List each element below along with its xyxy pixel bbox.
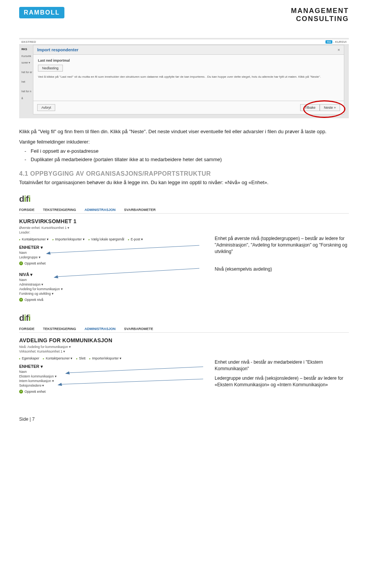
tb-importer-eksporter[interactable]: Importer/eksporter ▾ xyxy=(89,356,122,360)
bg-het: het xyxy=(21,80,32,84)
callout-enhet-under-nivaa: Enhet under nivå - består av medarbeider… xyxy=(215,359,349,372)
meta-leader: Leader: xyxy=(19,230,349,234)
nivaa-row-avdeling[interactable]: Avdeling for kommunikasjon ▾ xyxy=(19,287,349,291)
main-menu: FORSIDE TEKSTREDIGERING ADMINISTRASJON S… xyxy=(19,325,349,333)
menu-tekstredigering[interactable]: TEKSTREDIGERING xyxy=(43,327,76,331)
bg-a: å xyxy=(21,96,32,100)
strip-left-label: EKSTRED xyxy=(21,40,36,44)
menu-forside[interactable]: FORSIDE xyxy=(19,327,34,331)
screenshot-kursvirksomhet: difi FORSIDE TEKSTREDIGERING ADMINISTRAS… xyxy=(19,194,349,302)
plus-icon: + xyxy=(19,298,23,302)
page-header: RAMBOLL MANAGEMENT CONSULTING xyxy=(19,7,349,23)
page-title-avdeling: AVDELING FOR KOMMUNIKASJON xyxy=(19,337,349,343)
tb-epost[interactable]: E-post ▾ xyxy=(128,237,143,241)
background-left-column: RKS Kursvirk soner ▾ het for er het het … xyxy=(21,47,32,102)
opprett-nivaa-label: Opprett nivå xyxy=(25,298,43,302)
bg-soner: soner ▾ xyxy=(21,60,32,65)
page-footer: Side | 7 xyxy=(19,416,349,422)
strip-right: RA - KURSVI xyxy=(325,40,347,44)
management-consulting-logo: MANAGEMENT CONSULTING xyxy=(291,7,349,23)
bullet-1: Feil i oppsett av e-postadresse xyxy=(31,147,349,155)
menu-forside[interactable]: FORSIDE xyxy=(19,208,34,212)
plus-icon: + xyxy=(19,390,23,394)
enheter-row-ledergruppe[interactable]: Ledergruppe ▾ xyxy=(19,255,349,259)
opprett-enhet-link[interactable]: + Opprett enhet xyxy=(19,390,349,394)
callout-enhet-overste: Enhet på øverste nivå (toppledergruppen)… xyxy=(215,235,349,255)
nivaa-row-forskning[interactable]: Forskning og utvikling ▾ xyxy=(19,292,349,296)
menu-administrasjon[interactable]: ADMINISTRASJON xyxy=(85,208,116,212)
nivaa-row-admin[interactable]: Administrasjon ▾ xyxy=(19,283,349,286)
bg-rks: RKS xyxy=(21,47,32,51)
last-ned-importmal-label: Last ned importmal xyxy=(38,59,339,62)
opprett-enhet-label: Opprett enhet xyxy=(25,390,46,394)
screenshot-avdeling-kommunikasjon: difi FORSIDE TEKSTREDIGERING ADMINISTRAS… xyxy=(19,313,349,397)
tb-kontaktpersoner[interactable]: Kontaktpersoner ▾ xyxy=(43,356,72,360)
tb-egenskaper[interactable]: Egenskaper xyxy=(19,356,39,360)
dialog-hint-text: Ved å klikke på "Last ned" vil du motta … xyxy=(38,75,339,79)
ramboll-logo: RAMBOLL xyxy=(19,7,64,18)
tb-slett[interactable]: Slett xyxy=(76,356,85,360)
nivaa-col-navn: Navn xyxy=(19,278,349,282)
menu-administrasjon[interactable]: ADMINISTRASJON xyxy=(85,327,116,331)
paragraph-2-lead: Vanlige feilmeldinger inkluderer: xyxy=(19,139,90,145)
page-title-kursvirksomhet: KURSVIRKSOMHET 1 xyxy=(19,218,349,224)
nivaa-heading[interactable]: NIVÅ ▾ xyxy=(19,272,349,277)
dialog-header: Import respondenter × xyxy=(33,45,344,55)
dialog-footer-right: Tilbake Neste » xyxy=(300,104,340,111)
plus-icon: + xyxy=(19,261,23,265)
paragraph-2: Vanlige feilmeldinger inkluderer: Feil i… xyxy=(19,138,349,163)
strip-right-text: - KURSVI xyxy=(332,40,347,44)
tilbake-button[interactable]: Tilbake xyxy=(300,104,320,111)
difi-logo: difi xyxy=(19,194,349,204)
bg-hetfor: het for er xyxy=(21,70,32,74)
difi-logo: difi xyxy=(19,313,349,323)
meta-nivaa[interactable]: Nivå: Avdeling for kommunikasjon ▾ xyxy=(19,345,349,349)
mgmt-line-1: MANAGEMENT xyxy=(291,7,349,15)
dialog-footer: Avbryt Tilbake Neste » xyxy=(33,101,344,114)
opprett-nivaa-link[interactable]: + Opprett nivå xyxy=(19,298,349,302)
bullet-2: Duplikater på medarbeidere (portalen til… xyxy=(31,156,349,163)
avbryt-button[interactable]: Avbryt xyxy=(37,104,55,111)
paragraph-1: Klikk på "Velg fil" og finn frem til fil… xyxy=(19,128,349,136)
import-respondenter-dialog: Import respondenter × Last ned importmal… xyxy=(33,45,344,114)
tb-vaelg-lokale[interactable]: Vælg lokale spørgsmål xyxy=(89,237,124,241)
mgmt-line-2: CONSULTING xyxy=(291,15,349,23)
app-top-strip: EKSTRED RA - KURSVI xyxy=(19,39,349,45)
meta-virksomhet[interactable]: Virksomhet: Kursvirksomhet 1 ▾ xyxy=(19,350,349,353)
menu-svarbarometer[interactable]: SVARBAROMETER xyxy=(124,208,156,212)
tb-kontaktpersoner[interactable]: Kontaktpersoner ▾ xyxy=(19,237,49,241)
callout-nivaa: Nivå (eksempelvis avdeling) xyxy=(215,266,349,273)
screenshot-import-dialog: EKSTRED RA - KURSVI RKS Kursvirk soner ▾… xyxy=(19,38,349,118)
dialog-body: Last ned importmal Nedlasting Ved å klik… xyxy=(33,55,344,101)
bg-hetforn: het for n xyxy=(21,89,32,93)
menu-tekstredigering[interactable]: TEKSTREDIGERING xyxy=(43,208,76,212)
menu-svarbarometer[interactable]: SVARBAROMETE xyxy=(124,327,153,331)
nedlasting-button[interactable]: Nedlasting xyxy=(38,65,63,72)
meta-overste-enhet[interactable]: Øverste enhet: Kursvirksomhet 1 ▾ xyxy=(19,226,349,230)
section-heading-4-1: 4.1 OPPBYGGING AV ORGANISASJONS/RAPPORTS… xyxy=(19,170,349,177)
opprett-enhet-link[interactable]: + Opprett enhet xyxy=(19,261,349,265)
opprett-enhet-label: Opprett enhet xyxy=(25,261,46,265)
section-4-1-desc: Totalnivået for organisasjonen behøver d… xyxy=(19,179,349,186)
strip-right-tag: RA xyxy=(325,40,332,44)
tb-importer-eksporter[interactable]: Importer/eksporter ▾ xyxy=(53,237,85,241)
dialog-close-button[interactable]: × xyxy=(338,47,340,52)
bg-kursv: Kursvirk xyxy=(21,54,32,58)
neste-button[interactable]: Neste » xyxy=(320,104,340,111)
main-menu: FORSIDE TEKSTREDIGERING ADMINISTRASJON S… xyxy=(19,206,349,214)
dialog-title: Import respondenter xyxy=(37,47,79,52)
paragraph-1-text: Klikk på "Velg fil" og finn frem til fil… xyxy=(19,129,327,134)
callout-ledergruppe-under-nivaa: Ledergruppe under nivå (seksjonsledere) … xyxy=(215,375,349,388)
